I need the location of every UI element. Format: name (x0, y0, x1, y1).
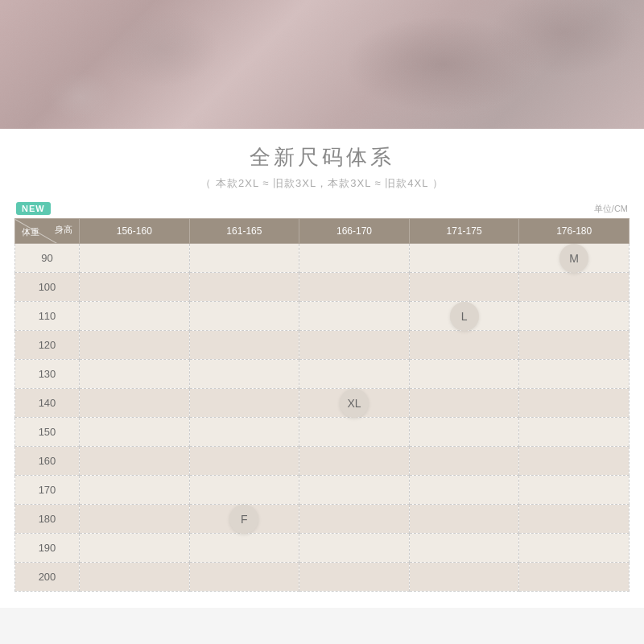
size-badge-m: M (559, 244, 588, 273)
table-cell (519, 418, 630, 447)
table-cell (80, 244, 190, 273)
size-badge-l: L (450, 302, 479, 331)
table-cell (409, 563, 519, 592)
content-area: 全新尺码体系 （ 本款2XL ≈ 旧款3XL，本款3XL ≈ 旧款4XL ） N… (0, 129, 644, 608)
table-cell (409, 273, 519, 302)
table-cell (519, 331, 630, 360)
col-header-1: 161-165 (189, 219, 299, 244)
table-cell (409, 476, 519, 505)
row-weight-label: 110 (15, 302, 80, 331)
table-cell (189, 273, 299, 302)
table-cell: F (189, 505, 299, 534)
size-table: 身高 体重 156-160 161-165 166-170 171-175 17… (14, 218, 630, 592)
table-cell (189, 476, 299, 505)
row-weight-label: 100 (15, 273, 80, 302)
table-cell (519, 563, 630, 592)
table-cell (299, 331, 410, 360)
table-cell (519, 389, 630, 418)
table-cell (80, 302, 190, 331)
row-weight-label: 160 (15, 447, 80, 476)
col-header-2: 166-170 (299, 219, 410, 244)
main-title: 全新尺码体系 (0, 143, 644, 171)
table-row: 100 (15, 273, 630, 302)
table-cell (299, 244, 410, 273)
table-cell (299, 505, 410, 534)
table-cell (299, 360, 410, 389)
table-cell (409, 418, 519, 447)
table-cell (519, 360, 630, 389)
table-cell (189, 331, 299, 360)
table-cell (299, 447, 410, 476)
weight-label: 体重 (22, 226, 39, 238)
table-cell (189, 302, 299, 331)
row-weight-label: 150 (15, 418, 80, 447)
table-row: 140XL (15, 389, 630, 418)
table-cell (519, 505, 630, 534)
table-cell (189, 360, 299, 389)
row-weight-label: 90 (15, 244, 80, 273)
table-row: 170 (15, 476, 630, 505)
table-cell (189, 244, 299, 273)
table-cell (409, 389, 519, 418)
table-cell (409, 534, 519, 563)
col-header-0: 156-160 (80, 219, 190, 244)
height-label: 身高 (55, 224, 72, 236)
table-cell (409, 505, 519, 534)
table-cell (80, 331, 190, 360)
table-cell (80, 534, 190, 563)
table-cell (189, 447, 299, 476)
table-cell (80, 505, 190, 534)
table-cell (409, 331, 519, 360)
col-header-4: 176-180 (519, 219, 630, 244)
table-cell (519, 447, 630, 476)
table-cell: XL (299, 389, 410, 418)
table-row: 110L (15, 302, 630, 331)
title-section: 全新尺码体系 （ 本款2XL ≈ 旧款3XL，本款3XL ≈ 旧款4XL ） (0, 129, 644, 196)
table-cell (80, 273, 190, 302)
table-row: 180F (15, 505, 630, 534)
size-badge-f: F (229, 505, 258, 534)
col-header-3: 171-175 (409, 219, 519, 244)
table-cell (299, 418, 410, 447)
table-cell (80, 360, 190, 389)
table-cell (80, 563, 190, 592)
table-cell (519, 476, 630, 505)
table-cell (299, 302, 410, 331)
row-weight-label: 190 (15, 534, 80, 563)
row-weight-label: 140 (15, 389, 80, 418)
table-cell (299, 476, 410, 505)
hero-image (0, 0, 644, 129)
table-cell (189, 389, 299, 418)
table-cell (189, 418, 299, 447)
table-cell (409, 244, 519, 273)
size-badge-xl: XL (340, 389, 369, 418)
table-cell (189, 534, 299, 563)
new-badge: NEW (16, 202, 51, 215)
table-cell: L (409, 302, 519, 331)
table-cell: M (519, 244, 630, 273)
table-cell (299, 563, 410, 592)
row-weight-label: 180 (15, 505, 80, 534)
table-cell (299, 534, 410, 563)
table-cell (80, 476, 190, 505)
row-weight-label: 200 (15, 563, 80, 592)
table-header-row: 身高 体重 156-160 161-165 166-170 171-175 17… (15, 219, 630, 244)
table-cell (299, 273, 410, 302)
table-row: 90M (15, 244, 630, 273)
table-cell (519, 534, 630, 563)
table-row: 160 (15, 447, 630, 476)
table-cell (80, 389, 190, 418)
table-cell (519, 273, 630, 302)
badge-row: NEW 单位/CM (0, 196, 644, 218)
table-cell (409, 360, 519, 389)
table-row: 120 (15, 331, 630, 360)
table-row: 150 (15, 418, 630, 447)
row-weight-label: 130 (15, 360, 80, 389)
table-cell (519, 302, 630, 331)
row-weight-label: 170 (15, 476, 80, 505)
table-row: 130 (15, 360, 630, 389)
sub-title: （ 本款2XL ≈ 旧款3XL，本款3XL ≈ 旧款4XL ） (0, 176, 644, 191)
corner-header: 身高 体重 (15, 219, 80, 244)
table-cell (189, 563, 299, 592)
table-row: 200 (15, 563, 630, 592)
